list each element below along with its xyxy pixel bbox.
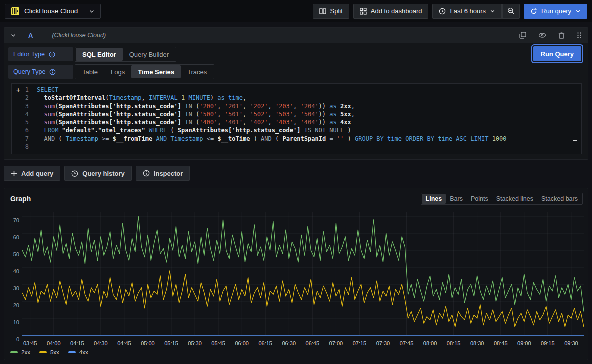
- duplicate-query-icon[interactable]: [519, 32, 526, 39]
- split-icon: [319, 8, 326, 15]
- x-tick-label: 04:30: [94, 340, 108, 346]
- x-tick-label: 06:30: [282, 340, 296, 346]
- option-sql-editor[interactable]: SQL Editor: [76, 48, 123, 61]
- split-label: Split: [330, 7, 343, 15]
- run-query-label: Run query: [541, 7, 571, 15]
- time-range-label: Last 6 hours: [450, 7, 486, 15]
- query-datasource-hint: (ClickHouse Cloud): [52, 32, 106, 39]
- line-number: 5: [12, 118, 37, 126]
- history-icon: [71, 170, 78, 177]
- clickhouse-logo-icon: [11, 7, 20, 16]
- mode-lines[interactable]: Lines: [422, 194, 446, 204]
- code-text: SELECT: [37, 86, 58, 94]
- option-query-builder[interactable]: Query Builder: [123, 48, 175, 61]
- legend-label: 2xx: [21, 349, 30, 355]
- mode-bars[interactable]: Bars: [446, 194, 467, 204]
- graph-panel-title: Graph: [10, 195, 31, 203]
- add-query-button[interactable]: Add query: [4, 166, 60, 181]
- y-tick-label: 50: [13, 251, 19, 257]
- code-text: AND ( Timestamp >= $__fromTime AND Times…: [37, 135, 507, 143]
- x-tick-label: 06:45: [306, 340, 320, 346]
- time-series-plot[interactable]: [22, 210, 584, 339]
- code-line: 2 toStartOfInterval(Timestamp, INTERVAL …: [12, 94, 581, 102]
- legend-label: 5xx: [50, 349, 59, 355]
- line-number: 3: [12, 102, 37, 110]
- x-tick-label: 04:15: [70, 340, 84, 346]
- y-tick-label: 30: [13, 285, 19, 291]
- legend-swatch: [68, 351, 76, 353]
- editor-type-label: Editor Type: [8, 47, 73, 61]
- x-tick-label: 08:30: [470, 340, 484, 346]
- tab-logs[interactable]: Logs: [104, 65, 131, 78]
- x-tick-label: 07:30: [376, 340, 390, 346]
- y-tick-label: 20: [13, 302, 19, 308]
- line-number: 6: [12, 126, 37, 134]
- query-row-header[interactable]: A (ClickHouse Cloud): [4, 28, 588, 43]
- x-tick-label: 05:00: [141, 340, 155, 346]
- datasource-picker[interactable]: ClickHouse Cloud: [5, 4, 101, 19]
- mode-points[interactable]: Points: [467, 194, 492, 204]
- line-number: 7: [12, 135, 37, 143]
- glyph-margin-plus-icon[interactable]: +: [16, 86, 20, 94]
- code-text: sum(SpanAttributes['http.status_code'] I…: [37, 110, 355, 118]
- legend-item-5xx[interactable]: 5xx: [39, 349, 59, 355]
- split-button[interactable]: Split: [313, 4, 349, 19]
- run-query-panel-button[interactable]: Run Query: [533, 46, 581, 61]
- text-cursor: [573, 140, 577, 141]
- x-tick-label: 04:45: [117, 340, 131, 346]
- zoom-out-button[interactable]: [502, 4, 520, 19]
- x-tick-label: 05:45: [211, 340, 225, 346]
- x-tick-label: 06:15: [258, 340, 272, 346]
- tab-table[interactable]: Table: [76, 65, 104, 78]
- clock-icon: [439, 8, 446, 15]
- tab-time-series[interactable]: Time Series: [131, 65, 181, 78]
- code-line: 3 sum(SpanAttributes['http.status_code']…: [12, 102, 581, 110]
- x-tick-label: 08:00: [423, 340, 437, 346]
- datasource-name: ClickHouse Cloud: [24, 7, 84, 15]
- collapse-chevron-icon[interactable]: [10, 32, 16, 38]
- query-history-button[interactable]: Query history: [64, 166, 132, 181]
- x-tick-label: 03:45: [23, 340, 37, 346]
- x-tick-label: 05:15: [164, 340, 178, 346]
- x-tick-label: 09:15: [541, 340, 555, 346]
- code-text: toStartOfInterval(Timestamp, INTERVAL 1 …: [37, 94, 246, 102]
- legend-item-4xx[interactable]: 4xx: [68, 349, 88, 355]
- line-number: 8: [12, 143, 37, 151]
- y-tick-label: 60: [13, 234, 19, 240]
- time-range-picker[interactable]: Last 6 hours: [432, 4, 502, 19]
- x-axis: 03:4504:0004:1504:3004:4505:0005:1505:30…: [22, 339, 584, 348]
- x-tick-label: 05:30: [188, 340, 202, 346]
- legend-label: 4xx: [79, 349, 88, 355]
- chevron-down-icon: [575, 8, 581, 14]
- graph-panel: Graph LinesBarsPointsStacked linesStacke…: [4, 188, 588, 360]
- info-circle-icon: [143, 170, 150, 177]
- plus-icon: [11, 170, 17, 177]
- query-ref-id: A: [28, 32, 33, 39]
- tab-traces[interactable]: Traces: [181, 65, 213, 78]
- info-icon[interactable]: [49, 51, 55, 58]
- drag-handle-icon[interactable]: [577, 32, 582, 39]
- code-text: sum(SpanAttributes['http.status_code'] I…: [37, 102, 355, 110]
- info-icon[interactable]: [49, 69, 56, 75]
- inspector-button[interactable]: Inspector: [136, 166, 190, 181]
- explore-toolbar: ClickHouse Cloud Split Add to dashboard …: [0, 0, 592, 22]
- zoom-out-icon: [507, 7, 515, 15]
- mode-stacked-lines[interactable]: Stacked lines: [492, 194, 537, 204]
- x-tick-label: 08:15: [447, 340, 461, 346]
- code-line: 8: [12, 143, 581, 151]
- code-text: sum(SpanAttributes['http.status_code'] I…: [37, 118, 351, 126]
- y-tick-label: 40: [13, 268, 19, 274]
- run-query-button[interactable]: Run query: [524, 4, 587, 19]
- y-axis: 010203040506070: [8, 210, 22, 339]
- mode-stacked-bars[interactable]: Stacked bars: [537, 194, 582, 204]
- delete-query-trash-icon[interactable]: [558, 32, 565, 39]
- x-tick-label: 07:15: [353, 340, 367, 346]
- line-number: 4: [12, 110, 37, 118]
- sql-code-editor[interactable]: + 1SELECT2 toStartOfInterval(Timestamp, …: [11, 83, 582, 154]
- add-to-dashboard-button[interactable]: Add to dashboard: [353, 4, 429, 19]
- legend-item-2xx[interactable]: 2xx: [10, 349, 30, 355]
- hide-query-eye-icon[interactable]: [538, 32, 546, 39]
- code-line: 4 sum(SpanAttributes['http.status_code']…: [12, 110, 581, 118]
- chevron-down-icon: [490, 8, 495, 14]
- refresh-icon: [530, 8, 537, 15]
